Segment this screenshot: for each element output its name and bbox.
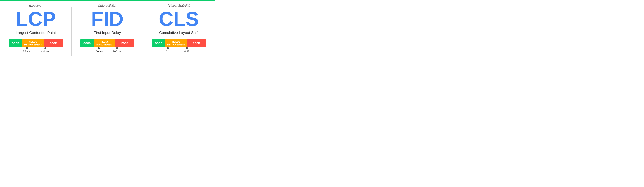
- fid-marker-1: 300 ms: [113, 47, 121, 53]
- cls-segment-seg-good: GOOD: [152, 39, 166, 47]
- lcp-marker-dot-0: [26, 47, 28, 49]
- panel-cls: (Visual Stability)CLSCumulative Layout S…: [143, 1, 215, 62]
- cls-category-label: (Visual Stability): [168, 4, 190, 8]
- panel-fid: (Interactivity)FIDFirst Input DelayGOODN…: [72, 1, 143, 62]
- fid-marker-label-1: 300 ms: [113, 50, 121, 53]
- fid-segment-seg-good: GOOD: [80, 39, 94, 47]
- lcp-segment-seg-poor: POOR: [44, 39, 63, 47]
- lcp-segment-seg-needs: NEEDS IMPROVEMENT: [22, 39, 44, 47]
- fid-scale-bar: GOODNEEDS IMPROVEMENTPOOR: [80, 39, 134, 47]
- cls-marker-label-1: 0.25: [184, 50, 190, 53]
- cls-markers: 0.10.25: [152, 47, 206, 56]
- cls-marker-dot-1: [186, 47, 188, 49]
- cls-acronym: CLS: [159, 9, 199, 29]
- cls-marker-label-0: 0.1: [166, 50, 170, 53]
- lcp-marker-label-1: 4.0 sec: [41, 50, 50, 53]
- lcp-marker-label-0: 2.5 sec: [23, 50, 31, 53]
- cls-marker-0: 0.1: [166, 47, 170, 53]
- cls-marker-dot-0: [167, 47, 169, 49]
- fid-marker-dot-1: [116, 47, 118, 49]
- lcp-full-name: Largest Contentful Paint: [16, 31, 56, 35]
- cls-scale-bar: GOODNEEDS IMPROVEMENTPOOR: [152, 39, 206, 47]
- lcp-acronym: LCP: [16, 9, 56, 29]
- lcp-scale-bar: GOODNEEDS IMPROVEMENTPOOR: [9, 39, 63, 47]
- cls-segment-seg-poor: POOR: [187, 39, 206, 47]
- lcp-category-label: (Loading): [29, 4, 42, 8]
- panel-lcp: (Loading)LCPLargest Contentful PaintGOOD…: [0, 1, 72, 62]
- fid-marker-label-0: 100 ms: [94, 50, 103, 53]
- fid-marker-0: 100 ms: [94, 47, 103, 53]
- fid-full-name: First Input Delay: [94, 31, 121, 35]
- fid-segment-seg-poor: POOR: [116, 39, 134, 47]
- fid-acronym: FID: [91, 9, 124, 29]
- cls-segment-seg-needs: NEEDS IMPROVEMENT: [166, 39, 187, 47]
- lcp-marker-0: 2.5 sec: [23, 47, 31, 53]
- lcp-marker-dot-1: [44, 47, 46, 49]
- fid-scale-container: GOODNEEDS IMPROVEMENTPOOR100 ms300 ms: [77, 39, 137, 56]
- lcp-segment-seg-good: GOOD: [9, 39, 22, 47]
- fid-category-label: (Interactivity): [98, 4, 116, 8]
- lcp-markers: 2.5 sec4.0 sec: [9, 47, 63, 56]
- panels-container: (Loading)LCPLargest Contentful PaintGOOD…: [0, 1, 215, 62]
- fid-segment-seg-needs: NEEDS IMPROVEMENT: [94, 39, 116, 47]
- fid-markers: 100 ms300 ms: [80, 47, 134, 56]
- fid-marker-dot-0: [98, 47, 100, 49]
- lcp-scale-container: GOODNEEDS IMPROVEMENTPOOR2.5 sec4.0 sec: [6, 39, 66, 56]
- cls-scale-container: GOODNEEDS IMPROVEMENTPOOR0.10.25: [149, 39, 209, 56]
- lcp-marker-1: 4.0 sec: [41, 47, 50, 53]
- cls-marker-1: 0.25: [184, 47, 190, 53]
- cls-full-name: Cumulative Layout Shift: [159, 31, 199, 35]
